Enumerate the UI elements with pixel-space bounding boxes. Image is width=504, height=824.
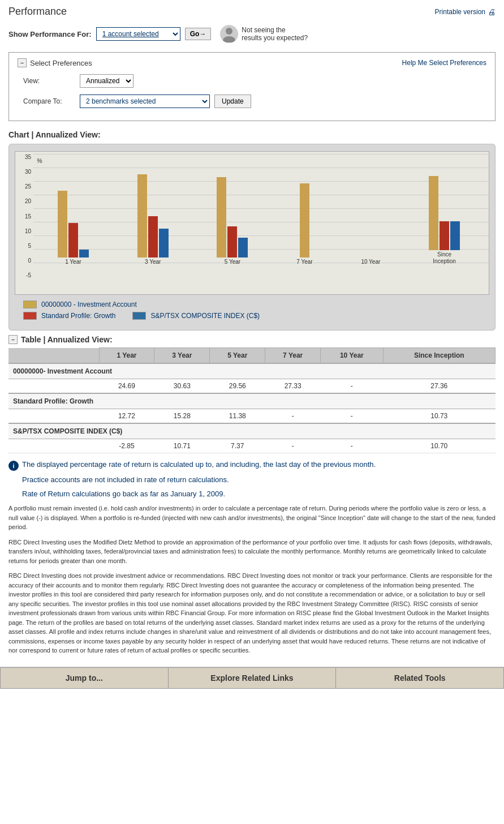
bar-group-7year: 7 Year — [296, 149, 312, 265]
legend-row-gold: 00000000 - Investment Account — [23, 301, 481, 308]
bar-1year-red — [68, 223, 78, 258]
bar-5year-red — [227, 226, 237, 258]
group-header-investment: 00000000- Investment Account — [8, 363, 496, 379]
go-button[interactable]: Go→ — [185, 28, 212, 40]
not-seeing-text: Not seeing theresults you expected? — [242, 26, 308, 42]
bars-5year — [217, 149, 248, 258]
preferences-box: − Select Preferences Help Me Select Pref… — [8, 52, 496, 121]
help-preferences-link[interactable]: Help Me Select Preferences — [402, 59, 486, 67]
view-select[interactable]: Annualized Cumulative — [80, 74, 133, 88]
col-3year: 3 Year — [154, 348, 210, 364]
label-10year: 10 Year — [361, 259, 380, 265]
chart-container: 35 30 25 20 15 10 5 0 -5 — [8, 144, 496, 331]
group-header-tsx: S&P/TSX COMPOSITE INDEX (C$) — [8, 423, 496, 439]
bottom-nav: Jump to... Explore Related Links Related… — [0, 667, 504, 689]
view-label: View: — [23, 77, 80, 85]
bars-1year — [58, 149, 89, 258]
info-highlight-2: Practice accounts are not included in ra… — [22, 475, 496, 484]
bar-group-3year: 3 Year — [137, 149, 169, 265]
table-row-growth: 12.72 15.28 11.38 - - 10.73 — [8, 409, 496, 424]
table-collapse-button[interactable]: − — [8, 335, 18, 344]
related-tools-button[interactable]: Related Tools — [335, 667, 504, 689]
legend-row-red: Standard Profile: Growth — [23, 312, 115, 320]
legend-swatch-gold — [23, 301, 37, 308]
bar-group-1year: 1 Year — [58, 149, 89, 265]
compare-label: Compare To: — [23, 97, 80, 105]
legend-link-blue[interactable]: S&P/TSX COMPOSITE INDEX (C$) — [150, 312, 260, 320]
table-row-tsx: -2.85 10.71 7.37 - - 10.70 — [8, 439, 496, 453]
info-para-1: A portfolio must remain invested (i.e. h… — [8, 504, 496, 532]
legend-row-blue: S&P/TSX COMPOSITE INDEX (C$) — [132, 312, 260, 320]
bar-group-inception: SinceInception — [429, 141, 460, 265]
bar-7year-gold — [300, 183, 309, 258]
explore-links-button[interactable]: Explore Related Links — [168, 667, 336, 689]
bars-area: 1 Year 3 Year — [33, 152, 489, 294]
help-avatar — [220, 25, 238, 43]
bar-3year-gold — [137, 174, 147, 258]
bar-3year-blue — [159, 229, 169, 258]
svg-point-1 — [223, 36, 235, 42]
table-row-investment: 24.69 30.63 29.56 27.33 - 27.36 — [8, 379, 496, 394]
label-3year: 3 Year — [145, 259, 161, 265]
info-highlight-3: Rate of Return calculations go back as f… — [22, 490, 496, 498]
account-select[interactable]: 1 account selected — [96, 27, 180, 41]
legend-swatch-red — [23, 312, 37, 320]
performance-table: 1 Year 3 Year 5 Year 7 Year 10 Year Sinc… — [8, 347, 496, 453]
prefs-header: − Select Preferences Help Me Select Pref… — [18, 58, 486, 67]
bars-inception — [429, 141, 460, 250]
y-axis: 35 30 25 20 15 10 5 0 -5 — [15, 152, 33, 294]
bars-7year — [300, 149, 309, 258]
chart-plot: 35 30 25 20 15 10 5 0 -5 — [15, 151, 489, 295]
table-header-row: 1 Year 3 Year 5 Year 7 Year 10 Year Sinc… — [8, 348, 496, 364]
bar-inception-blue — [450, 221, 460, 250]
label-1year: 1 Year — [65, 259, 81, 265]
page-title: Performance — [8, 6, 67, 18]
show-performance-bar: Show Performance For: 1 account selected… — [0, 20, 504, 48]
y-axis-percent-label: % — [37, 157, 42, 164]
compare-row: Compare To: 2 benchmarks selected Update — [18, 95, 486, 108]
legend-link-gold[interactable]: 00000000 - Investment Account — [41, 301, 137, 308]
label-7year: 7 Year — [296, 259, 312, 265]
info-icon: i — [8, 461, 19, 471]
info-highlight-1: i The displayed percentage rate of retur… — [8, 460, 496, 471]
print-icon: 🖨 — [488, 7, 496, 16]
group-header-growth: Standard Profile: Growth — [8, 393, 496, 409]
col-1year: 1 Year — [99, 348, 154, 364]
col-since-inception: Since Inception — [383, 348, 495, 364]
bar-group-5year: 5 Year — [217, 149, 248, 265]
chart-legend: 00000000 - Investment Account Standard P… — [15, 295, 489, 325]
not-seeing-section: Not seeing theresults you expected? — [220, 25, 308, 43]
info-section: i The displayed percentage rate of retur… — [8, 460, 496, 655]
bar-inception-gold — [429, 176, 438, 250]
bar-1year-gold — [58, 191, 67, 258]
col-7year: 7 Year — [265, 348, 321, 364]
page-header: Performance Printable version 🖨 — [0, 0, 504, 20]
printable-version-link[interactable]: Printable version 🖨 — [435, 7, 496, 16]
label-5year: 5 Year — [225, 259, 240, 265]
bar-1year-blue-neg — [79, 250, 89, 258]
compare-select[interactable]: 2 benchmarks selected — [80, 95, 210, 108]
label-inception: SinceInception — [433, 251, 456, 265]
empty-header — [8, 348, 99, 364]
bar-5year-blue — [238, 238, 248, 258]
view-row: View: Annualized Cumulative — [18, 74, 486, 88]
bars-group-row: 1 Year 3 Year — [33, 154, 484, 278]
prefs-title: − Select Preferences — [18, 58, 92, 67]
update-button[interactable]: Update — [214, 95, 251, 108]
chart-title: Chart | Annualized View: — [0, 126, 504, 141]
collapse-button[interactable]: − — [18, 58, 27, 67]
bar-inception-red — [440, 221, 449, 250]
info-para-2: RBC Direct Investing uses the Modified D… — [8, 538, 496, 566]
col-5year: 5 Year — [210, 348, 265, 364]
bar-5year-gold — [217, 177, 226, 258]
table-section: − Table | Annualized View: 1 Year 3 Year… — [8, 335, 496, 453]
table-section-title: − Table | Annualized View: — [8, 335, 496, 344]
bar-3year-red — [148, 216, 158, 258]
bars-3year — [137, 149, 169, 258]
svg-point-0 — [226, 28, 232, 35]
jump-to-button[interactable]: Jump to... — [0, 667, 168, 689]
legend-link-red[interactable]: Standard Profile: Growth — [41, 312, 115, 320]
legend-swatch-blue — [132, 312, 146, 320]
col-10year: 10 Year — [321, 348, 383, 364]
perf-label: Show Performance For: — [8, 30, 92, 38]
